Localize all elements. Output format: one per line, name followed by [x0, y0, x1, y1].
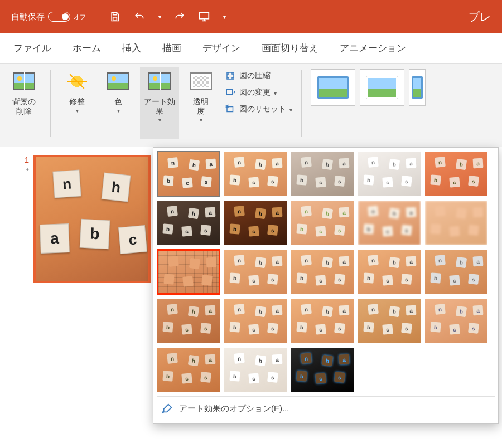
- artistic-effect-option[interactable]: nhabcs: [424, 200, 488, 246]
- artistic-effect-option[interactable]: nhabcs: [291, 151, 354, 197]
- picture-styles-gallery: [308, 67, 428, 108]
- artistic-effect-option[interactable]: nhabcs: [224, 298, 287, 344]
- reset-picture-icon: [225, 104, 236, 115]
- corrections-icon: [65, 70, 89, 92]
- letter-tile: h: [102, 173, 131, 202]
- ribbon-tabs: ファイル ホーム 挿入 描画 デザイン 画面切り替え アニメーション: [0, 33, 502, 64]
- letter-tile: c: [118, 225, 147, 254]
- artistic-effects-options[interactable]: アート効果のオプション(E)...: [157, 396, 495, 420]
- slideshow-button[interactable]: [196, 8, 213, 25]
- transparency-icon: [189, 70, 213, 92]
- corrections-label: 修整: [69, 97, 85, 106]
- artistic-effect-option[interactable]: nhabcs: [358, 151, 421, 197]
- artistic-effect-option[interactable]: nhabcs: [157, 347, 220, 393]
- color-button[interactable]: 色 ▾: [99, 67, 138, 139]
- artistic-effect-option[interactable]: nhabcs: [358, 298, 421, 344]
- chevron-down-icon: ▾: [158, 117, 161, 124]
- slide-marker: *: [4, 167, 29, 176]
- artistic-effects-grid: nhabcsnhabcsnhabcsnhabcsnhabcsnhabcsnhab…: [157, 151, 495, 393]
- tab-file[interactable]: ファイル: [6, 36, 59, 60]
- artistic-effect-option[interactable]: nhabcs: [358, 249, 421, 295]
- undo-button[interactable]: [131, 8, 148, 25]
- letter-tile: n: [52, 169, 81, 198]
- autosave-label: 自動保存: [11, 12, 45, 22]
- artistic-effect-option[interactable]: nhabcs: [157, 200, 220, 246]
- artistic-effect-option[interactable]: nhabcs: [424, 249, 488, 295]
- redo-icon: [174, 11, 185, 22]
- undo-icon: [134, 11, 145, 22]
- artistic-label: アート効果: [141, 97, 178, 116]
- tab-insert[interactable]: 挿入: [114, 36, 149, 60]
- slide-image: n h a b c: [36, 157, 148, 281]
- chevron-down-icon: ▾: [117, 108, 120, 114]
- redo-button[interactable]: [171, 8, 188, 25]
- slide-number-rail: 1 *: [0, 147, 33, 283]
- autosave-state: オフ: [74, 13, 86, 21]
- artistic-effect-option[interactable]: nhabcs: [424, 151, 488, 197]
- svg-rect-3: [227, 72, 234, 79]
- autosave-toggle[interactable]: 自動保存 オフ: [11, 12, 86, 22]
- tab-draw[interactable]: 描画: [155, 36, 189, 60]
- svg-rect-4: [226, 90, 233, 95]
- slideshow-icon: [198, 11, 210, 23]
- transparency-button[interactable]: 透明 度 ▾: [181, 67, 220, 139]
- svg-rect-1: [113, 17, 117, 20]
- artistic-effect-option[interactable]: nhabcs: [224, 151, 287, 197]
- artistic-effect-option[interactable]: nhabcs: [291, 200, 354, 246]
- artistic-effect-option[interactable]: nhabcs: [291, 347, 354, 393]
- transparency-label: 透明 度: [193, 97, 209, 116]
- chevron-down-icon: ▾: [200, 117, 202, 124]
- tab-animations[interactable]: アニメーション: [332, 36, 414, 60]
- tab-home[interactable]: ホーム: [65, 36, 109, 60]
- artistic-effects-popup: nhabcsnhabcsnhabcsnhabcsnhabcsnhabcsnhab…: [153, 147, 499, 424]
- artistic-effect-option[interactable]: nhabcs: [157, 249, 220, 295]
- svg-rect-0: [113, 13, 117, 15]
- remove-bg-icon: [12, 70, 36, 92]
- artistic-effect-option[interactable]: nhabcs: [291, 249, 354, 295]
- artistic-effect-option[interactable]: nhabcs: [157, 151, 220, 197]
- artistic-effect-option[interactable]: nhabcs: [291, 298, 354, 344]
- ribbon: 背景の 削除 修整 ▾ 色 ▾ アート効果 ▾ 透明 度 ▾ 図の圧縮: [0, 64, 502, 147]
- tab-transitions[interactable]: 画面切り替え: [254, 36, 326, 60]
- tab-design[interactable]: デザイン: [195, 36, 248, 60]
- artistic-effect-option[interactable]: nhabcs: [224, 249, 287, 295]
- artistic-effect-option[interactable]: nhabcs: [224, 347, 287, 393]
- change-picture-icon: [225, 87, 236, 98]
- qat-customize[interactable]: ▾: [220, 8, 228, 25]
- slide-thumbnail[interactable]: n h a b c: [33, 155, 151, 283]
- svg-rect-2: [200, 13, 209, 19]
- slide-number: 1: [4, 155, 29, 164]
- compress-pictures-button[interactable]: 図の圧縮: [223, 69, 295, 82]
- compress-icon: [225, 70, 236, 81]
- chevron-down-icon: ▾: [289, 107, 292, 113]
- color-label: 色: [114, 97, 122, 106]
- separator: [50, 70, 51, 137]
- artistic-effect-option[interactable]: nhabcs: [424, 298, 488, 344]
- picture-style-1[interactable]: [311, 69, 355, 106]
- separator: [301, 70, 302, 137]
- adjust-small-group: 図の圧縮 図の変更 ▾ 図のリセット ▾: [223, 67, 295, 118]
- undo-menu[interactable]: ▾: [156, 8, 163, 25]
- change-picture-button[interactable]: 図の変更 ▾: [223, 86, 295, 99]
- artistic-effect-option[interactable]: nhabcs: [224, 200, 287, 246]
- chevron-down-icon: ▾: [274, 90, 277, 96]
- app-title-fragment: プレ: [469, 9, 491, 25]
- remove-background-button[interactable]: 背景の 削除: [4, 67, 44, 139]
- artistic-effect-option[interactable]: nhabcs: [157, 298, 220, 344]
- chevron-down-icon: ▾: [76, 108, 79, 114]
- picture-style-2[interactable]: [360, 69, 404, 106]
- letter-tile: b: [80, 219, 110, 250]
- artistic-effect-option[interactable]: nhabcs: [358, 200, 421, 246]
- reset-label: 図のリセット: [239, 104, 286, 114]
- title-bar: 自動保存 オフ ▾ ▾ プレ: [0, 0, 502, 33]
- change-label: 図の変更: [239, 87, 271, 98]
- artistic-effects-button[interactable]: アート効果 ▾: [140, 67, 179, 139]
- save-icon: [109, 11, 120, 22]
- remove-bg-label: 背景の 削除: [12, 97, 36, 116]
- corrections-button[interactable]: 修整 ▾: [57, 67, 96, 139]
- separator: [96, 10, 96, 23]
- picture-style-3[interactable]: [409, 69, 426, 106]
- reset-picture-button[interactable]: 図のリセット ▾: [223, 103, 295, 116]
- save-button[interactable]: [107, 8, 123, 25]
- compress-label: 図の圧縮: [239, 71, 271, 81]
